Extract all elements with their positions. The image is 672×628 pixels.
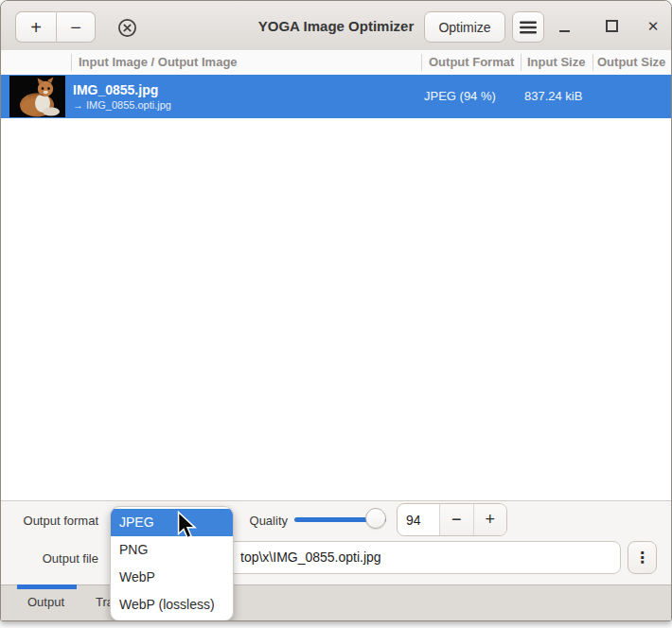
column-divider (71, 54, 72, 71)
row-input-size: 837.24 kiB (524, 89, 582, 103)
list-header: Input Image / Output Image Output Format… (1, 50, 671, 75)
cat-photo (9, 76, 65, 117)
column-header-input-size[interactable]: Input Size (527, 50, 585, 75)
image-settings-panel: Output format Quality 94 − + Output file… (1, 500, 671, 584)
dropdown-option-webp-lossless[interactable]: WebP (lossless) (111, 591, 233, 619)
maximize-icon (606, 20, 618, 32)
image-row-selected[interactable]: IMG_0855.jpg → IMG_0855.opti.jpg JPEG (9… (1, 75, 671, 118)
input-image-name: IMG_0855.jpg (73, 82, 158, 97)
output-image-name: → IMG_0855.opti.jpg (73, 99, 171, 111)
titlebar: + − YOGA Image Optimizer Optimize (1, 1, 671, 51)
maximize-button[interactable] (600, 14, 623, 37)
image-list-empty-area[interactable] (1, 118, 671, 500)
add-remove-button-group: + − (15, 11, 96, 43)
quality-decrement-button[interactable]: − (440, 504, 473, 535)
tab-output[interactable]: Output (27, 595, 64, 609)
quality-spinbox: 94 − + (397, 503, 507, 536)
column-divider (592, 54, 593, 71)
column-header-output-size[interactable]: Output Size (597, 50, 665, 75)
output-format-dropdown: JPEG PNG WebP WebP (lossless) (110, 506, 234, 621)
plus-icon: + (30, 18, 42, 37)
minimize-icon (559, 30, 570, 32)
quality-increment-button[interactable]: + (474, 504, 507, 535)
output-file-browse-button[interactable]: ⋮ (628, 541, 657, 574)
dropdown-option-jpeg[interactable]: JPEG (111, 509, 233, 536)
quality-slider-handle[interactable] (365, 508, 386, 529)
minimize-button[interactable] (553, 14, 575, 37)
remove-all-button[interactable] (116, 17, 137, 38)
quality-value[interactable]: 94 (398, 504, 439, 535)
add-image-button[interactable]: + (15, 11, 56, 43)
hamburger-icon (520, 21, 537, 34)
minus-icon: − (70, 18, 81, 37)
optimize-button-label: Optimize (438, 20, 490, 35)
remove-image-button[interactable]: − (56, 11, 96, 43)
column-divider (521, 54, 522, 71)
output-file-label: Output file (1, 551, 98, 566)
dropdown-option-webp[interactable]: WebP (111, 564, 233, 591)
optimize-button[interactable]: Optimize (424, 11, 505, 43)
column-header-output-format[interactable]: Output Format (429, 50, 514, 75)
minus-icon: − (451, 510, 462, 530)
column-header-input-output-image[interactable]: Input Image / Output Image (79, 50, 238, 75)
app-window: + − YOGA Image Optimizer Optimize (0, 0, 672, 621)
row-output-format: JPEG (94 %) (424, 89, 496, 103)
column-divider (421, 54, 422, 71)
menu-button[interactable] (512, 11, 544, 43)
mouse-cursor-icon (177, 511, 198, 544)
vertical-dots-icon: ⋮ (635, 549, 650, 567)
close-icon: ✕ (647, 19, 660, 33)
close-button[interactable]: ✕ (642, 14, 664, 37)
output-format-label: Output format (1, 514, 98, 528)
active-tab-indicator (17, 584, 77, 589)
dropdown-option-png[interactable]: PNG (111, 536, 233, 564)
plus-icon: + (485, 510, 495, 530)
input-image-thumbnail (9, 76, 65, 117)
bottom-tabbar: Output Tra (1, 584, 671, 620)
circle-x-icon (117, 18, 137, 38)
